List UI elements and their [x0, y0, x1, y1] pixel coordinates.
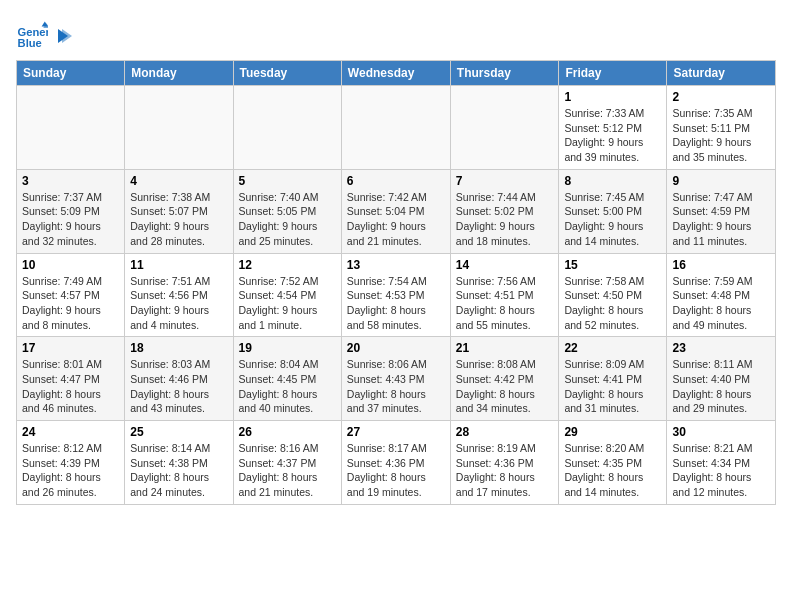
day-info: Sunrise: 7:52 AM Sunset: 4:54 PM Dayligh…: [239, 274, 336, 333]
day-number: 25: [130, 425, 227, 439]
calendar-cell: 10Sunrise: 7:49 AM Sunset: 4:57 PM Dayli…: [17, 253, 125, 337]
day-info: Sunrise: 7:51 AM Sunset: 4:56 PM Dayligh…: [130, 274, 227, 333]
calendar-cell: 1Sunrise: 7:33 AM Sunset: 5:12 PM Daylig…: [559, 86, 667, 170]
logo-arrow-icon: [54, 27, 72, 45]
day-info: Sunrise: 7:49 AM Sunset: 4:57 PM Dayligh…: [22, 274, 119, 333]
calendar-cell: 15Sunrise: 7:58 AM Sunset: 4:50 PM Dayli…: [559, 253, 667, 337]
day-info: Sunrise: 8:17 AM Sunset: 4:36 PM Dayligh…: [347, 441, 445, 500]
week-row-1: 1Sunrise: 7:33 AM Sunset: 5:12 PM Daylig…: [17, 86, 776, 170]
calendar-cell: 6Sunrise: 7:42 AM Sunset: 5:04 PM Daylig…: [341, 169, 450, 253]
day-number: 1: [564, 90, 661, 104]
header-saturday: Saturday: [667, 61, 776, 86]
calendar-cell: 9Sunrise: 7:47 AM Sunset: 4:59 PM Daylig…: [667, 169, 776, 253]
calendar-cell: 3Sunrise: 7:37 AM Sunset: 5:09 PM Daylig…: [17, 169, 125, 253]
day-info: Sunrise: 7:37 AM Sunset: 5:09 PM Dayligh…: [22, 190, 119, 249]
week-row-3: 10Sunrise: 7:49 AM Sunset: 4:57 PM Dayli…: [17, 253, 776, 337]
week-row-5: 24Sunrise: 8:12 AM Sunset: 4:39 PM Dayli…: [17, 421, 776, 505]
calendar-cell: 11Sunrise: 7:51 AM Sunset: 4:56 PM Dayli…: [125, 253, 233, 337]
day-number: 14: [456, 258, 554, 272]
day-number: 19: [239, 341, 336, 355]
day-number: 4: [130, 174, 227, 188]
calendar-cell: 24Sunrise: 8:12 AM Sunset: 4:39 PM Dayli…: [17, 421, 125, 505]
calendar-cell: [17, 86, 125, 170]
calendar-cell: 13Sunrise: 7:54 AM Sunset: 4:53 PM Dayli…: [341, 253, 450, 337]
calendar-cell: 12Sunrise: 7:52 AM Sunset: 4:54 PM Dayli…: [233, 253, 341, 337]
day-number: 29: [564, 425, 661, 439]
day-info: Sunrise: 8:21 AM Sunset: 4:34 PM Dayligh…: [672, 441, 770, 500]
calendar-cell: [125, 86, 233, 170]
calendar-cell: 5Sunrise: 7:40 AM Sunset: 5:05 PM Daylig…: [233, 169, 341, 253]
day-number: 22: [564, 341, 661, 355]
day-number: 13: [347, 258, 445, 272]
calendar-cell: 14Sunrise: 7:56 AM Sunset: 4:51 PM Dayli…: [450, 253, 559, 337]
day-info: Sunrise: 8:14 AM Sunset: 4:38 PM Dayligh…: [130, 441, 227, 500]
week-row-4: 17Sunrise: 8:01 AM Sunset: 4:47 PM Dayli…: [17, 337, 776, 421]
calendar-cell: 21Sunrise: 8:08 AM Sunset: 4:42 PM Dayli…: [450, 337, 559, 421]
day-info: Sunrise: 8:04 AM Sunset: 4:45 PM Dayligh…: [239, 357, 336, 416]
day-number: 23: [672, 341, 770, 355]
day-info: Sunrise: 8:12 AM Sunset: 4:39 PM Dayligh…: [22, 441, 119, 500]
day-number: 16: [672, 258, 770, 272]
calendar-cell: 30Sunrise: 8:21 AM Sunset: 4:34 PM Dayli…: [667, 421, 776, 505]
calendar-header: SundayMondayTuesdayWednesdayThursdayFrid…: [17, 61, 776, 86]
calendar-cell: 26Sunrise: 8:16 AM Sunset: 4:37 PM Dayli…: [233, 421, 341, 505]
day-number: 26: [239, 425, 336, 439]
calendar-cell: 2Sunrise: 7:35 AM Sunset: 5:11 PM Daylig…: [667, 86, 776, 170]
day-info: Sunrise: 7:54 AM Sunset: 4:53 PM Dayligh…: [347, 274, 445, 333]
page-header: General Blue: [16, 16, 776, 52]
day-number: 8: [564, 174, 661, 188]
day-number: 18: [130, 341, 227, 355]
day-number: 27: [347, 425, 445, 439]
day-info: Sunrise: 7:47 AM Sunset: 4:59 PM Dayligh…: [672, 190, 770, 249]
day-number: 11: [130, 258, 227, 272]
svg-marker-5: [62, 29, 72, 43]
calendar-cell: 27Sunrise: 8:17 AM Sunset: 4:36 PM Dayli…: [341, 421, 450, 505]
header-thursday: Thursday: [450, 61, 559, 86]
calendar-cell: 29Sunrise: 8:20 AM Sunset: 4:35 PM Dayli…: [559, 421, 667, 505]
calendar-cell: 28Sunrise: 8:19 AM Sunset: 4:36 PM Dayli…: [450, 421, 559, 505]
calendar-cell: [450, 86, 559, 170]
calendar-body: 1Sunrise: 7:33 AM Sunset: 5:12 PM Daylig…: [17, 86, 776, 505]
day-number: 3: [22, 174, 119, 188]
day-info: Sunrise: 7:42 AM Sunset: 5:04 PM Dayligh…: [347, 190, 445, 249]
header-tuesday: Tuesday: [233, 61, 341, 86]
day-number: 12: [239, 258, 336, 272]
day-number: 15: [564, 258, 661, 272]
day-info: Sunrise: 8:19 AM Sunset: 4:36 PM Dayligh…: [456, 441, 554, 500]
day-info: Sunrise: 7:38 AM Sunset: 5:07 PM Dayligh…: [130, 190, 227, 249]
calendar-cell: 8Sunrise: 7:45 AM Sunset: 5:00 PM Daylig…: [559, 169, 667, 253]
day-info: Sunrise: 8:16 AM Sunset: 4:37 PM Dayligh…: [239, 441, 336, 500]
day-number: 9: [672, 174, 770, 188]
calendar-cell: 20Sunrise: 8:06 AM Sunset: 4:43 PM Dayli…: [341, 337, 450, 421]
day-number: 5: [239, 174, 336, 188]
day-info: Sunrise: 7:40 AM Sunset: 5:05 PM Dayligh…: [239, 190, 336, 249]
calendar-cell: 22Sunrise: 8:09 AM Sunset: 4:41 PM Dayli…: [559, 337, 667, 421]
calendar-cell: 19Sunrise: 8:04 AM Sunset: 4:45 PM Dayli…: [233, 337, 341, 421]
day-info: Sunrise: 7:59 AM Sunset: 4:48 PM Dayligh…: [672, 274, 770, 333]
day-number: 6: [347, 174, 445, 188]
header-wednesday: Wednesday: [341, 61, 450, 86]
header-sunday: Sunday: [17, 61, 125, 86]
day-number: 28: [456, 425, 554, 439]
calendar-cell: 18Sunrise: 8:03 AM Sunset: 4:46 PM Dayli…: [125, 337, 233, 421]
calendar-cell: 4Sunrise: 7:38 AM Sunset: 5:07 PM Daylig…: [125, 169, 233, 253]
logo: General Blue: [16, 20, 72, 52]
calendar-cell: [341, 86, 450, 170]
calendar-cell: 7Sunrise: 7:44 AM Sunset: 5:02 PM Daylig…: [450, 169, 559, 253]
day-number: 24: [22, 425, 119, 439]
calendar-cell: 25Sunrise: 8:14 AM Sunset: 4:38 PM Dayli…: [125, 421, 233, 505]
svg-text:Blue: Blue: [18, 37, 42, 49]
day-info: Sunrise: 7:45 AM Sunset: 5:00 PM Dayligh…: [564, 190, 661, 249]
header-monday: Monday: [125, 61, 233, 86]
calendar-cell: [233, 86, 341, 170]
day-info: Sunrise: 8:09 AM Sunset: 4:41 PM Dayligh…: [564, 357, 661, 416]
day-number: 20: [347, 341, 445, 355]
day-number: 2: [672, 90, 770, 104]
day-number: 30: [672, 425, 770, 439]
day-number: 17: [22, 341, 119, 355]
day-info: Sunrise: 8:08 AM Sunset: 4:42 PM Dayligh…: [456, 357, 554, 416]
day-info: Sunrise: 7:56 AM Sunset: 4:51 PM Dayligh…: [456, 274, 554, 333]
calendar-cell: 23Sunrise: 8:11 AM Sunset: 4:40 PM Dayli…: [667, 337, 776, 421]
header-row: SundayMondayTuesdayWednesdayThursdayFrid…: [17, 61, 776, 86]
day-info: Sunrise: 8:06 AM Sunset: 4:43 PM Dayligh…: [347, 357, 445, 416]
